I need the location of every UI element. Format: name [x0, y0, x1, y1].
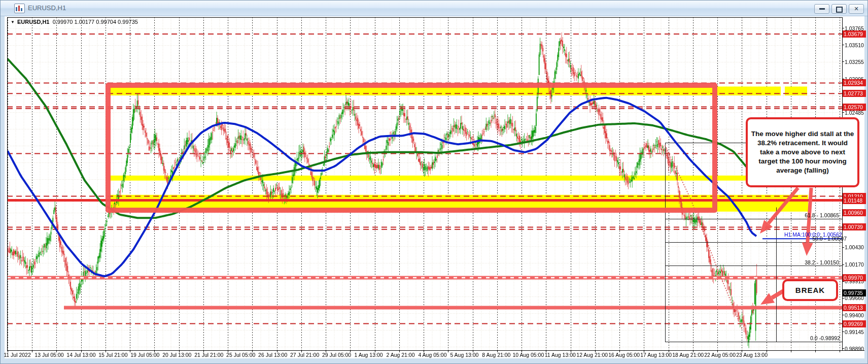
mt4-chart-window: ▼EURUSD,H1 0.99970 1.00177 0.99704 0.997… — [0, 0, 868, 364]
time-axis-label: 23 Aug 13:00 — [736, 352, 768, 358]
time-axis-label: 11 Jul 2022 — [4, 352, 31, 358]
fib-level-label: 61.8 - 1.00865 — [805, 212, 839, 218]
fib-level-label: 0.0 -0.98992 — [810, 335, 840, 341]
ohlc-low: 0.99704 — [96, 19, 116, 25]
price-tick-label: 1.03510 — [845, 42, 864, 48]
fib-level-label: 50.0 - 1.00507 — [812, 236, 847, 242]
time-axis-label: 10 Aug 05:00 — [512, 352, 544, 358]
annotation-text-box[interactable]: The move higher did stall at the 38.2% r… — [746, 117, 859, 187]
price-badge: 0.99513 — [843, 304, 866, 311]
price-chart-canvas[interactable] — [1, 1, 868, 364]
price-tick-label: 1.03255 — [845, 59, 864, 65]
time-axis-label: 20 Jul 13:00 — [162, 352, 191, 358]
price-badge: 0.99735 — [843, 289, 866, 296]
time-axis-label: 16 Aug 05:00 — [608, 352, 640, 358]
ohlc-high: 1.00177 — [74, 19, 94, 25]
break-label-text: BREAK — [795, 286, 825, 294]
price-badge: 0.99970 — [843, 274, 866, 281]
time-axis-label: 26 Jul 13:00 — [258, 352, 287, 358]
annotation-text: The move higher did stall at the 38.2% r… — [751, 129, 854, 175]
price-tick-label: 1.00430 — [845, 244, 864, 250]
chart-app-icon — [14, 4, 25, 13]
fib-level-label: 38.2 - 1.00150 — [805, 259, 839, 266]
chart-client-area — [5, 16, 864, 358]
price-tick-label: 1.00170 — [845, 261, 864, 268]
minimize-button[interactable] — [814, 4, 829, 14]
price-badge: 1.03679 — [843, 30, 866, 38]
time-axis-label: 21 Jul 21:00 — [194, 352, 223, 358]
time-axis-label: 14 Jul 13:00 — [66, 352, 95, 358]
price-tick-label: 0.99145 — [845, 329, 864, 335]
time-axis-label: 12 Aug 21:00 — [576, 352, 608, 358]
time-axis-label: 2 Aug 21:00 — [386, 352, 414, 358]
time-axis-label: 19 Jul 05:00 — [130, 352, 159, 358]
time-axis-label: 29 Jul 05:00 — [322, 352, 351, 358]
time-axis-label: 5 Aug 13:00 — [450, 352, 478, 358]
window-title: EURUSD,H1 — [28, 4, 66, 12]
ohlc-close: 0.99735 — [118, 19, 138, 25]
time-axis-label: 11 Aug 13:00 — [545, 352, 576, 358]
time-axis-label: 15 Jul 21:00 — [98, 352, 127, 358]
expand-arrow-icon[interactable]: ▼ — [11, 20, 15, 24]
time-axis-label: 17 Aug 13:00 — [640, 352, 672, 358]
close-button[interactable]: ✕ — [849, 4, 864, 14]
time-axis-label: 18 Aug 21:00 — [672, 352, 704, 358]
price-badge: 1.00739 — [843, 223, 866, 230]
price-badge: 1.02773 — [843, 90, 866, 97]
price-badge: 1.02934 — [843, 79, 866, 86]
restore-button[interactable] — [831, 4, 847, 14]
time-axis-label: 25 Jul 05:00 — [226, 352, 255, 358]
price-tick-label: 0.98890 — [845, 346, 864, 352]
time-axis-label: 1 Aug 13:00 — [355, 352, 383, 358]
time-axis-label: 8 Aug 21:00 — [482, 352, 510, 358]
break-label-box[interactable]: BREAK — [782, 279, 838, 301]
price-badge: 1.00960 — [843, 209, 866, 216]
chart-ohlc-info: ▼EURUSD,H1 0.99970 1.00177 0.99704 0.997… — [11, 19, 138, 25]
time-axis-label: 13 Jul 05:00 — [34, 352, 63, 358]
window-titlebar[interactable]: EURUSD,H1 ✕ — [1, 1, 868, 16]
chart-symbol-label: EURUSD,H1 — [17, 19, 50, 25]
time-axis-label: 27 Jul 21:00 — [290, 352, 319, 358]
time-axis-label: 22 Aug 05:00 — [704, 352, 736, 358]
price-badge: 1.02570 — [843, 104, 866, 111]
close-icon: ✕ — [854, 6, 858, 12]
ohlc-open: 0.99970 — [53, 19, 73, 25]
price-tick-label: 0.99400 — [845, 312, 864, 318]
time-axis-label: 4 Aug 05:00 — [418, 352, 446, 358]
price-badge: 0.99269 — [843, 320, 866, 327]
price-badge: 1.01148 — [843, 197, 866, 204]
